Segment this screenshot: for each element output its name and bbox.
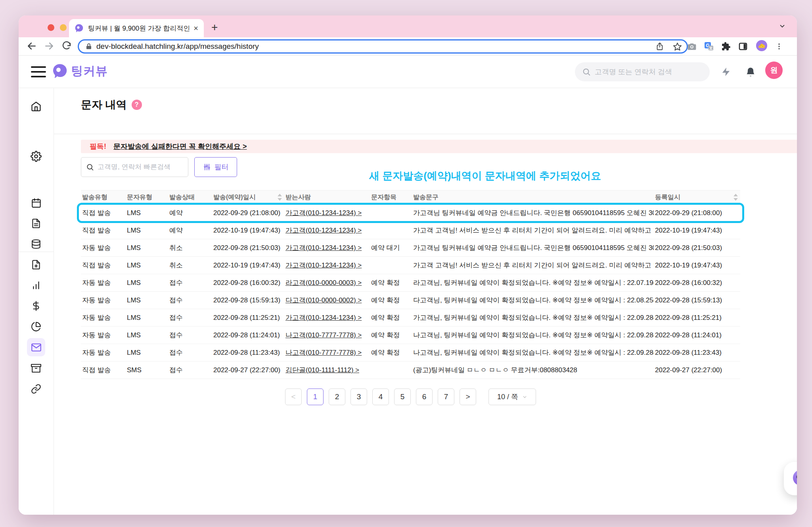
user-avatar[interactable]: 원 bbox=[765, 62, 783, 79]
cell-registered-at: 2022-10-19 (19:47:43) bbox=[654, 262, 740, 269]
hamburger-menu-icon[interactable] bbox=[31, 66, 46, 77]
sidebar-item-links[interactable] bbox=[27, 380, 45, 398]
minimize-window-button[interactable] bbox=[60, 24, 67, 31]
translate-icon[interactable]: G bbox=[703, 40, 715, 52]
table-row[interactable]: 자동 발송 LMS 접수 2022-09-28 (11:25:21) 가고객(0… bbox=[81, 309, 740, 327]
new-tab-button[interactable]: + bbox=[211, 21, 218, 34]
table-body: 직접 발송 LMS 예약 2022-09-29 (21:08:00) 가고객(0… bbox=[81, 204, 740, 379]
chat-launcher-button[interactable] bbox=[784, 462, 797, 495]
reload-button[interactable] bbox=[60, 39, 73, 53]
table-row[interactable]: 자동 발송 LMS 접수 2022-09-28 (16:00:32) 라고객(0… bbox=[81, 274, 740, 292]
sidebar-item-documents[interactable] bbox=[27, 214, 45, 233]
side-panel-icon[interactable] bbox=[737, 40, 749, 52]
notification-bell-icon[interactable] bbox=[744, 65, 757, 79]
table-row[interactable]: 직접 발송 LMS 취소 2022-10-19 (19:47:43) 가고객(0… bbox=[81, 257, 740, 274]
recipient-link[interactable]: 김단골(010-1111-1112) > bbox=[285, 366, 359, 374]
sidebar-item-new-document[interactable] bbox=[27, 256, 45, 274]
sidebar-item-home[interactable] bbox=[27, 97, 45, 115]
recipient-link[interactable]: 가고객(010-1234-1234) > bbox=[285, 227, 362, 234]
browser-window: 팅커뷰 | 월 9,900원 가장 합리적인 × + bbox=[19, 15, 797, 515]
cell-registered-at: 2022-09-29 (21:08:00) bbox=[654, 209, 740, 217]
global-search[interactable] bbox=[575, 62, 710, 81]
recipient-link[interactable]: 가고객(010-1234-1234) > bbox=[285, 262, 362, 269]
chevron-down-icon bbox=[522, 394, 527, 400]
recipient-link[interactable]: 다고객(010-0000-0002) > bbox=[285, 296, 362, 304]
pagination-page-button[interactable]: 3 bbox=[350, 389, 367, 405]
app-logo[interactable]: 팅커뷰 bbox=[52, 63, 108, 79]
cell-message: 다고객님, 팅커뷰네일 예약이 확정되었습니다. ※예약 정보※ 예약일시 : … bbox=[412, 296, 654, 305]
dollar-icon bbox=[31, 301, 41, 311]
archive-icon bbox=[31, 363, 41, 373]
browser-menu-icon[interactable] bbox=[773, 40, 785, 52]
pagination-next-button[interactable]: > bbox=[460, 389, 476, 405]
table-row[interactable]: 자동 발송 LMS 취소 2022-09-28 (21:50:03) 가고객(0… bbox=[81, 239, 740, 257]
pagination-page-button[interactable]: 5 bbox=[394, 389, 411, 405]
url-bar[interactable]: dev-blockdeal.hatchling.kr/app/messages/… bbox=[78, 39, 688, 54]
quick-search-input[interactable] bbox=[98, 163, 183, 171]
tab-search-chevron-icon[interactable] bbox=[779, 23, 786, 30]
profile-avatar[interactable] bbox=[756, 40, 768, 52]
table-row[interactable]: 직접 발송 SMS 접수 2022-09-27 (22:27:00) 김단골(0… bbox=[81, 362, 740, 379]
recipient-link[interactable]: 가고객(010-1234-1234) > bbox=[285, 244, 362, 252]
database-icon bbox=[31, 239, 41, 249]
column-header: 문자항목 bbox=[370, 193, 412, 202]
browser-tab[interactable]: 팅커뷰 | 월 9,900원 가장 합리적인 × bbox=[69, 19, 204, 37]
link-icon bbox=[31, 384, 41, 394]
pagination-page-button[interactable]: 6 bbox=[416, 389, 433, 405]
camera-icon[interactable] bbox=[686, 40, 698, 52]
sidebar-item-reports[interactable] bbox=[27, 317, 45, 336]
filter-button[interactable]: 필터 bbox=[194, 157, 237, 177]
main-content: 문자 내역 ? 필독! 문자발송에 실패한다면 꼭 확인해주세요 > bbox=[54, 88, 797, 515]
cell-send-at: 2022-10-19 (19:47:43) bbox=[212, 227, 284, 235]
extensions-puzzle-icon[interactable] bbox=[720, 40, 732, 52]
column-header-sortable[interactable]: 등록일시 bbox=[654, 193, 740, 202]
pagination-prev-button[interactable]: < bbox=[285, 389, 302, 405]
recipient-link[interactable]: 나고객(010-7777-7778) > bbox=[285, 349, 362, 356]
sidebar-item-settings[interactable] bbox=[27, 147, 45, 165]
pagination-page-button[interactable]: 4 bbox=[372, 389, 389, 405]
pagination-page-button[interactable]: 2 bbox=[329, 389, 345, 405]
bookmark-star-icon[interactable] bbox=[673, 42, 682, 51]
sort-icon[interactable] bbox=[733, 194, 738, 201]
notice-link[interactable]: 문자발송에 실패한다면 꼭 확인해주세요 > bbox=[113, 142, 247, 151]
search-icon bbox=[86, 163, 94, 171]
close-window-button[interactable] bbox=[48, 24, 54, 31]
recipient-link[interactable]: 라고객(010-0000-0003) > bbox=[285, 279, 362, 287]
sidebar-item-database[interactable] bbox=[27, 235, 45, 253]
sidebar-item-messages[interactable] bbox=[27, 338, 45, 356]
cell-recipient: 다고객(010-0000-0002) > bbox=[284, 296, 370, 305]
cell-recipient: 가고객(010-1234-1234) > bbox=[284, 226, 370, 235]
cell-send-at: 2022-09-28 (16:00:32) bbox=[212, 279, 284, 287]
table-row[interactable]: 자동 발송 LMS 접수 2022-09-28 (11:24:01) 나고객(0… bbox=[81, 327, 740, 344]
sort-icon[interactable] bbox=[278, 194, 282, 201]
lightning-icon[interactable] bbox=[719, 65, 733, 79]
global-search-input[interactable] bbox=[595, 68, 703, 76]
tab-close-icon[interactable]: × bbox=[193, 24, 199, 33]
pagination-page-button[interactable]: 7 bbox=[438, 389, 454, 405]
quick-search[interactable] bbox=[81, 157, 188, 177]
table-row[interactable]: 자동 발송 LMS 접수 2022-09-28 (15:59:13) 다고객(0… bbox=[81, 292, 740, 309]
recipient-link[interactable]: 가고객(010-1234-1234) > bbox=[285, 314, 362, 321]
page-size-select[interactable]: 10 / 쪽 bbox=[488, 389, 536, 405]
cell-send-type: 자동 발송 bbox=[81, 278, 126, 287]
cell-msg-type: LMS bbox=[126, 244, 168, 252]
sidebar-item-statistics[interactable] bbox=[27, 276, 45, 294]
sidebar-item-archive[interactable] bbox=[27, 359, 45, 377]
recipient-link[interactable]: 가고객(010-1234-1234) > bbox=[285, 209, 362, 217]
pagination-page-button[interactable]: 1 bbox=[307, 389, 324, 405]
table-row[interactable]: 자동 발송 LMS 접수 2022-09-28 (11:23:43) 나고객(0… bbox=[81, 344, 740, 362]
forward-button[interactable] bbox=[42, 39, 56, 53]
back-button[interactable] bbox=[25, 39, 38, 53]
sidebar-item-sales[interactable] bbox=[27, 297, 45, 315]
sidebar-item-calendar[interactable] bbox=[27, 194, 45, 212]
table-row[interactable]: 직접 발송 LMS 예약 2022-10-19 (19:47:43) 가고객(0… bbox=[81, 222, 740, 239]
table-row[interactable]: 직접 발송 LMS 예약 2022-09-29 (21:08:00) 가고객(0… bbox=[81, 204, 740, 222]
filter-sliders-icon bbox=[203, 163, 211, 171]
column-header-sortable[interactable]: 발송(예약)일시 bbox=[212, 193, 284, 202]
help-icon[interactable]: ? bbox=[132, 100, 142, 110]
mail-icon bbox=[31, 342, 42, 353]
recipient-link[interactable]: 나고객(010-7777-7778) > bbox=[285, 331, 362, 339]
cell-send-at: 2022-09-27 (22:27:00) bbox=[212, 366, 284, 374]
cell-status: 취소 bbox=[168, 243, 212, 252]
share-icon[interactable] bbox=[655, 42, 664, 51]
